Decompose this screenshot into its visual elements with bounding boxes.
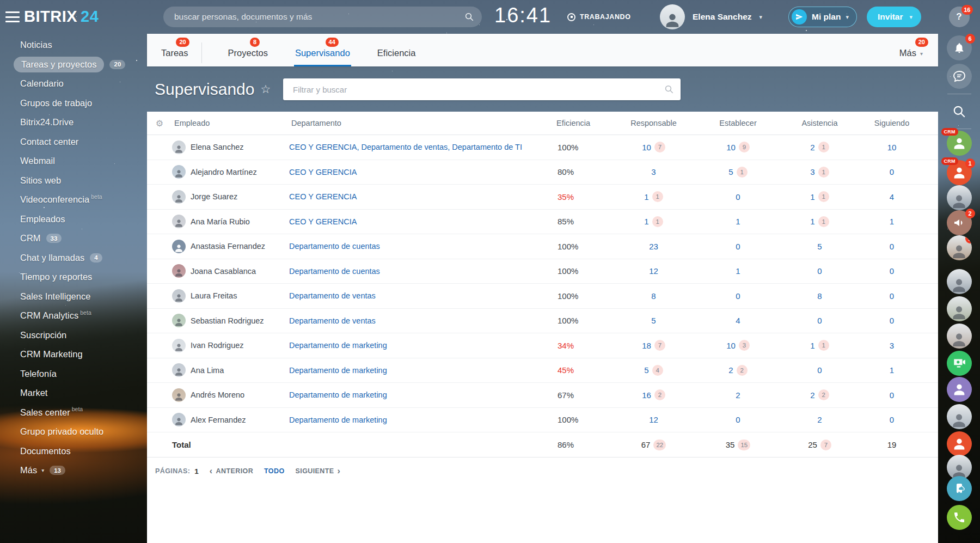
sidebar-item-sitios-web[interactable]: Sitios web <box>0 171 147 191</box>
rail-avatar[interactable] <box>947 404 972 429</box>
employee-name[interactable]: Alejandro Martínez <box>191 168 257 176</box>
sidebar-item-crm[interactable]: CRM33 <box>0 229 147 248</box>
sidebar-item-grupo-privado-oculto[interactable]: Grupo privado oculto <box>0 422 147 442</box>
sidebar-item-mas[interactable]: Más▾13 <box>0 461 147 480</box>
column-header-eficiencia[interactable]: Eficiencia <box>554 119 611 127</box>
stat-value-link[interactable]: 1 <box>890 365 894 375</box>
stat-value-link[interactable]: 2 <box>810 391 814 400</box>
employee-cell[interactable]: Laura Freitas <box>172 289 289 303</box>
tab-tareas[interactable]: Tareas20 <box>160 34 189 66</box>
sidebar-item-grupos-de-trabajo[interactable]: Grupos de trabajo <box>0 94 147 113</box>
rail-avatar[interactable] <box>947 476 972 501</box>
rail-avatar[interactable] <box>947 269 972 294</box>
department-link[interactable]: Departamento de cuentas <box>289 267 380 276</box>
employee-cell[interactable]: Elena Sanchez <box>172 141 289 154</box>
sidebar-item-market[interactable]: Market <box>0 383 147 403</box>
stat-value-link[interactable]: 2 <box>810 143 814 152</box>
employee-cell[interactable]: Joana Casablanca <box>172 264 289 278</box>
stat-value-link[interactable]: 3 <box>890 341 894 350</box>
rail-avatar[interactable] <box>947 185 972 210</box>
sidebar-item-noticias[interactable]: Noticias <box>0 35 147 55</box>
sidebar-item-chat-y-llamadas[interactable]: Chat y llamadas4 <box>0 248 147 268</box>
column-header-establecer[interactable]: Establecer <box>696 119 780 127</box>
employee-name[interactable]: Ana María Rubio <box>191 217 250 226</box>
next-page-link[interactable]: SIGUIENTE› <box>296 466 341 476</box>
column-header-siguiendo[interactable]: Siguiendo <box>859 119 924 127</box>
stat-value-link[interactable]: 8 <box>651 291 656 301</box>
employee-cell[interactable]: Jorge Suarez <box>172 190 289 204</box>
stat-value-link[interactable]: 1 <box>810 192 814 202</box>
employee-name[interactable]: Elena Sanchez <box>191 143 244 151</box>
stat-value-link[interactable]: 23 <box>649 242 658 251</box>
my-plan-button[interactable]: Mi plan ▾ <box>788 7 857 27</box>
stat-value-link[interactable]: 1 <box>810 217 814 226</box>
search-button[interactable] <box>951 103 967 120</box>
stat-value-link[interactable]: 18 <box>642 341 651 350</box>
stat-value-link[interactable]: 1 <box>644 192 648 202</box>
department-link[interactable]: Departamento de ventas <box>289 291 376 300</box>
department-link[interactable]: Departamento de marketing <box>289 366 387 375</box>
employee-name[interactable]: Joana Casablanca <box>191 267 256 276</box>
stat-value-link[interactable]: 3 <box>651 167 656 176</box>
employee-name[interactable]: Jorge Suarez <box>191 192 237 201</box>
tab-proyectos[interactable]: Proyectos8 <box>227 34 269 66</box>
employee-name[interactable]: Ivan Rodriguez <box>191 341 244 350</box>
column-header-empleado[interactable]: Empleado <box>172 119 289 127</box>
rail-avatar[interactable] <box>947 377 972 402</box>
all-pages-link[interactable]: TODO <box>264 467 284 475</box>
stat-value-link[interactable]: 0 <box>890 167 894 176</box>
tab-supervisando[interactable]: Supervisando44 <box>294 34 351 66</box>
department-link[interactable]: Departamento de marketing <box>289 391 387 399</box>
invite-button[interactable]: Invitar ▾ <box>867 7 921 27</box>
sidebar-item-contact-center[interactable]: Contact center <box>0 132 147 152</box>
rail-avatar[interactable] <box>947 505 972 530</box>
sidebar-item-telefonia[interactable]: Telefonía <box>0 364 147 384</box>
sidebar-item-sales-center[interactable]: Sales centerbeta <box>0 403 147 423</box>
sidebar-item-empleados[interactable]: Empleados <box>0 210 147 229</box>
stat-value-link[interactable]: 0 <box>890 415 894 424</box>
stat-value-link[interactable]: 10 <box>642 143 651 152</box>
stat-value-link[interactable]: 2 <box>736 391 740 400</box>
stat-value-link[interactable]: 1 <box>736 217 740 226</box>
bell-button[interactable]: 6 <box>947 35 972 60</box>
stat-value-link[interactable]: 10 <box>726 143 736 152</box>
stat-value-link[interactable]: 67 <box>641 440 651 449</box>
stat-value-link[interactable]: 10 <box>887 143 897 152</box>
work-clock[interactable]: 16:41 <box>494 4 552 27</box>
rail-avatar[interactable]: 2 <box>947 210 972 235</box>
stat-value-link[interactable]: 0 <box>736 242 740 251</box>
stat-value-link[interactable]: 19 <box>887 440 897 449</box>
stat-value-link[interactable]: 8 <box>817 291 822 301</box>
rail-avatar[interactable] <box>947 324 972 349</box>
sidebar-item-calendario[interactable]: Calendario <box>0 74 147 94</box>
stat-value-link[interactable]: 0 <box>817 365 822 375</box>
sidebar-item-crm-marketing[interactable]: CRM Marketing <box>0 345 147 364</box>
sidebar-item-tareas-y-proyectos[interactable]: Tareas y proyectos20 <box>0 55 147 75</box>
employee-name[interactable]: Sebastian Rodriguez <box>191 316 264 325</box>
department-link[interactable]: Departamento de ventas <box>289 316 376 325</box>
tab-eficiencia[interactable]: Eficiencia <box>376 34 417 66</box>
stat-value-link[interactable]: 3 <box>810 167 814 176</box>
user-menu[interactable]: Elena Sanchez ▾ <box>660 4 762 29</box>
employee-cell[interactable]: Andrés Moreno <box>172 388 289 402</box>
rail-avatar[interactable] <box>947 351 972 376</box>
rail-avatar[interactable]: 1CRM <box>947 160 972 185</box>
employee-cell[interactable]: Ana María Rubio <box>172 215 289 228</box>
stat-value-link[interactable]: 5 <box>728 167 733 176</box>
employee-cell[interactable]: Sebastian Rodriguez <box>172 314 289 327</box>
help-button[interactable]: ?16 <box>949 7 970 27</box>
department-link[interactable]: Departamento de marketing <box>289 416 387 424</box>
stat-value-link[interactable]: 5 <box>651 316 656 325</box>
stat-value-link[interactable]: 10 <box>726 341 736 350</box>
sidebar-item-tiempo-y-reportes[interactable]: Tiempo y reportes <box>0 267 147 287</box>
stat-value-link[interactable]: 2 <box>817 415 822 424</box>
stat-value-link[interactable]: 2 <box>728 365 733 375</box>
employee-cell[interactable]: Alejandro Martínez <box>172 165 289 179</box>
current-page-number[interactable]: 1 <box>194 467 199 475</box>
department-link[interactable]: Departamento de ventas <box>361 143 448 151</box>
stat-value-link[interactable]: 5 <box>644 365 648 375</box>
stat-value-link[interactable]: 1 <box>644 217 648 226</box>
employee-name[interactable]: Laura Freitas <box>191 291 237 300</box>
employee-cell[interactable]: Alex Fernandez <box>172 413 289 426</box>
stat-value-link[interactable]: 1 <box>810 341 814 350</box>
